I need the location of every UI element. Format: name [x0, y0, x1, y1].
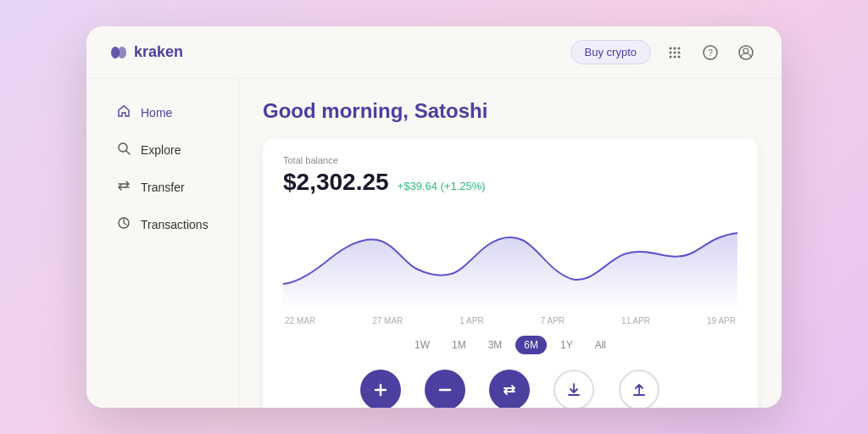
svg-point-5	[670, 51, 672, 53]
time-filter-3m[interactable]: 3M	[480, 336, 511, 354]
grid-icon[interactable]	[663, 41, 687, 64]
time-filter-6m[interactable]: 6M	[515, 336, 547, 354]
header-right: Buy crypto ?	[570, 40, 758, 64]
balance-row: $2,302.25 +$39.64 (+1.25%)	[283, 169, 737, 196]
balance-card: Total balance $2,302.25 +$39.64 (+1.25%)	[263, 138, 758, 408]
home-icon	[115, 104, 132, 121]
balance-amount: $2,302.25	[283, 169, 389, 196]
transactions-icon	[115, 216, 132, 233]
sidebar-item-home[interactable]: Home	[95, 96, 230, 130]
balance-change: +$39.64 (+1.25%)	[398, 180, 486, 192]
chart-label-1: 27 MAR	[372, 316, 403, 326]
svg-point-8	[670, 55, 672, 58]
balance-label: Total balance	[283, 155, 737, 165]
svg-point-15	[119, 143, 127, 152]
deposit-circle	[554, 370, 594, 408]
sidebar: Home Explore Transfer	[86, 79, 239, 408]
buy-circle	[360, 370, 401, 408]
explore-icon	[115, 142, 132, 159]
action-sell[interactable]: Sell	[425, 370, 465, 408]
svg-point-1	[118, 47, 126, 58]
svg-text:?: ?	[708, 48, 713, 58]
sidebar-item-explore[interactable]: Explore	[95, 133, 230, 167]
user-icon[interactable]	[734, 41, 758, 64]
action-buy[interactable]: Buy	[360, 370, 401, 408]
chart-area	[283, 208, 737, 309]
svg-line-16	[126, 151, 130, 154]
main-content: Good morning, Satoshi Total balance $2,3…	[239, 79, 782, 408]
help-icon[interactable]: ?	[698, 41, 722, 64]
withdraw-circle	[619, 370, 659, 408]
sidebar-item-explore-label: Explore	[141, 143, 181, 157]
svg-point-4	[678, 47, 681, 49]
chart-label-4: 11 APR	[621, 316, 650, 326]
time-filter-1m[interactable]: 1M	[443, 336, 475, 354]
time-filters: 1W 1M 3M 6M 1Y All	[283, 336, 737, 354]
svg-point-14	[743, 48, 748, 53]
time-filter-1y[interactable]: 1Y	[552, 336, 581, 354]
sidebar-item-transfer-label: Transfer	[141, 181, 185, 194]
body: Home Explore Transfer	[86, 79, 782, 408]
sidebar-item-home-label: Home	[141, 106, 172, 120]
sidebar-item-transfer[interactable]: Transfer	[95, 170, 230, 204]
transfer-icon	[115, 179, 132, 196]
chart-label-5: 19 APR	[707, 316, 736, 326]
svg-point-3	[674, 47, 676, 49]
greeting: Good morning, Satoshi	[263, 99, 758, 123]
buy-crypto-button[interactable]: Buy crypto	[570, 40, 651, 64]
svg-point-2	[670, 47, 672, 49]
sell-circle	[425, 370, 465, 408]
sidebar-item-transactions[interactable]: Transactions	[95, 208, 230, 242]
svg-point-10	[678, 55, 681, 58]
logo-icon	[110, 45, 129, 60]
sidebar-item-transactions-label: Transactions	[141, 218, 209, 231]
app-window: kraken Buy crypto	[86, 26, 782, 408]
convert-circle	[489, 370, 530, 408]
chart-labels: 22 MAR 27 MAR 1 APR 7 APR 11 APR 19 APR	[283, 316, 737, 326]
time-filter-all[interactable]: All	[587, 336, 615, 354]
actions: Buy Sell	[283, 370, 737, 408]
header: kraken Buy crypto	[86, 26, 782, 79]
chart-label-3: 7 APR	[541, 316, 565, 326]
action-convert[interactable]: Convert	[489, 370, 530, 408]
action-deposit[interactable]: Deposit	[554, 370, 594, 408]
svg-point-6	[674, 51, 676, 53]
chart-svg	[283, 208, 737, 309]
svg-point-7	[678, 51, 681, 53]
time-filter-1w[interactable]: 1W	[406, 336, 438, 354]
chart-label-0: 22 MAR	[285, 316, 315, 326]
action-withdraw[interactable]: Withdraw	[618, 370, 660, 408]
logo: kraken	[110, 43, 183, 61]
svg-point-9	[674, 55, 676, 58]
chart-label-2: 1 APR	[459, 316, 483, 326]
logo-text: kraken	[134, 43, 183, 61]
